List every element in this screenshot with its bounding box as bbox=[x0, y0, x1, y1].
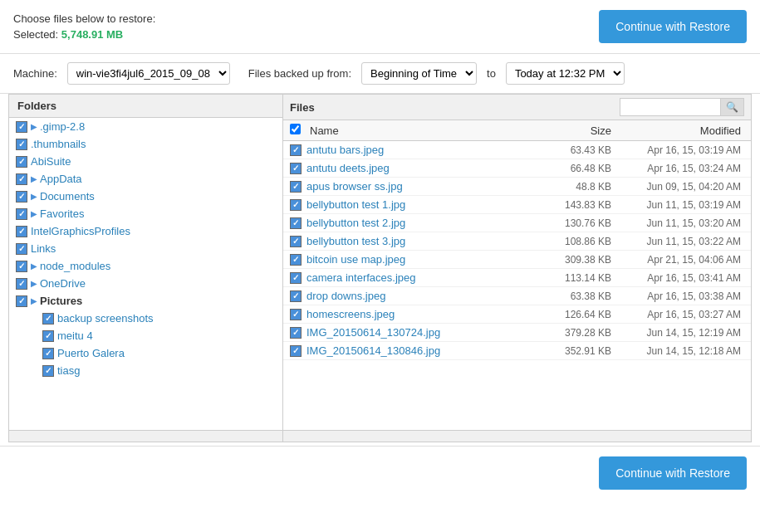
folder-name: Links bbox=[31, 242, 56, 255]
folder-item[interactable]: tiasg bbox=[9, 362, 282, 379]
folder-item[interactable]: meitu 4 bbox=[9, 327, 282, 344]
file-checkbox[interactable] bbox=[290, 144, 302, 156]
file-modified: Jun 11, 15, 03:20 AM bbox=[611, 217, 744, 229]
folder-item[interactable]: ▶Documents bbox=[9, 188, 282, 205]
file-checkbox[interactable] bbox=[290, 290, 302, 302]
files-hscroll[interactable] bbox=[283, 430, 751, 442]
folder-item[interactable]: ▶AppData bbox=[9, 170, 282, 188]
folder-checkbox[interactable] bbox=[16, 208, 27, 220]
folder-checkbox[interactable] bbox=[42, 365, 54, 377]
file-item[interactable]: apus browser ss.jpg48.8 KBJun 09, 15, 04… bbox=[283, 178, 751, 196]
search-input[interactable] bbox=[620, 99, 720, 115]
folder-checkbox[interactable] bbox=[42, 330, 54, 342]
restore-button-bottom[interactable]: Continue with Restore bbox=[599, 456, 747, 490]
selected-text: Selected: bbox=[13, 28, 58, 41]
file-item[interactable]: bellybutton test 1.jpg143.83 KBJun 11, 1… bbox=[283, 196, 751, 214]
check-all[interactable] bbox=[290, 124, 301, 134]
file-item[interactable]: IMG_20150614_130846.jpg352.91 KBJun 14, … bbox=[283, 342, 751, 360]
folder-arrow-icon: ▶ bbox=[31, 209, 37, 218]
file-name: homescreens.jpeg bbox=[306, 308, 545, 320]
folder-name: backup screenshots bbox=[57, 312, 154, 325]
folder-checkbox[interactable] bbox=[16, 243, 27, 255]
file-item[interactable]: IMG_20150614_130724.jpg379.28 KBJun 14, … bbox=[283, 324, 751, 342]
folder-name: Pictures bbox=[40, 295, 82, 307]
folder-checkbox[interactable] bbox=[42, 348, 54, 359]
file-size: 130.76 KB bbox=[545, 217, 611, 229]
machine-select[interactable]: win-vie3fi4jul6_2015_09_08 bbox=[67, 62, 230, 85]
folder-item[interactable]: AbiSuite bbox=[9, 153, 282, 170]
folder-item[interactable]: IntelGraphicsProfiles bbox=[9, 222, 282, 240]
folder-item[interactable]: ▶node_modules bbox=[9, 257, 282, 275]
folder-item[interactable]: ▶OneDrive bbox=[9, 275, 282, 292]
file-checkbox[interactable] bbox=[290, 181, 302, 193]
file-checkbox[interactable] bbox=[290, 254, 302, 266]
folder-item[interactable]: ▶.gimp-2.8 bbox=[9, 118, 282, 135]
folders-list[interactable]: ▶.gimp-2.8.thumbnailsAbiSuite▶AppData▶Do… bbox=[9, 118, 282, 430]
folder-checkbox[interactable] bbox=[16, 226, 27, 237]
folder-checkbox[interactable] bbox=[16, 295, 27, 307]
folder-item[interactable]: Links bbox=[9, 240, 282, 257]
file-item[interactable]: camera interfaces.jpeg113.14 KBApr 16, 1… bbox=[283, 269, 751, 287]
folder-checkbox[interactable] bbox=[16, 173, 27, 185]
file-size: 309.38 KB bbox=[545, 254, 611, 266]
file-checkbox[interactable] bbox=[290, 327, 302, 339]
file-item[interactable]: antutu deets.jpeg66.48 KBApr 16, 15, 03:… bbox=[283, 159, 751, 178]
file-name: bellybutton test 1.jpg bbox=[306, 198, 545, 211]
file-name: apus browser ss.jpg bbox=[306, 180, 545, 193]
file-name: IMG_20150614_130724.jpg bbox=[306, 326, 545, 339]
restore-button-top[interactable]: Continue with Restore bbox=[599, 10, 747, 43]
file-modified: Apr 16, 15, 03:41 AM bbox=[611, 272, 744, 284]
file-checkbox[interactable] bbox=[290, 272, 302, 284]
file-checkbox[interactable] bbox=[290, 217, 302, 229]
folder-item[interactable]: ▶Favorites bbox=[9, 205, 282, 222]
files-panel-title: Files bbox=[290, 101, 315, 114]
folder-checkbox[interactable] bbox=[16, 121, 27, 133]
file-item[interactable]: bellybutton test 3.jpg108.86 KBJun 11, 1… bbox=[283, 232, 751, 251]
file-item[interactable]: drop downs.jpeg63.38 KBApr 16, 15, 03:38… bbox=[283, 287, 751, 305]
folder-checkbox[interactable] bbox=[16, 156, 27, 168]
file-checkbox[interactable] bbox=[290, 163, 302, 174]
file-name: drop downs.jpeg bbox=[306, 290, 545, 302]
file-size: 48.8 KB bbox=[545, 181, 611, 193]
search-button[interactable]: 🔍 bbox=[720, 99, 743, 115]
search-box: 🔍 bbox=[620, 98, 744, 116]
folders-hscroll[interactable] bbox=[9, 430, 282, 442]
file-name: bellybutton test 2.jpg bbox=[306, 217, 545, 229]
file-modified: Jun 14, 15, 12:18 AM bbox=[611, 345, 744, 357]
folder-name: Favorites bbox=[40, 207, 84, 220]
file-checkbox[interactable] bbox=[290, 199, 302, 211]
file-size: 379.28 KB bbox=[545, 327, 611, 339]
folders-panel-header: Folders bbox=[9, 95, 282, 118]
file-item[interactable]: bellybutton test 2.jpg130.76 KBJun 11, 1… bbox=[283, 214, 751, 232]
folder-item[interactable]: Puerto Galera bbox=[9, 344, 282, 362]
folder-name: .thumbnails bbox=[31, 138, 86, 150]
folder-checkbox[interactable] bbox=[16, 278, 27, 290]
header-left: Choose files below to restore: Selected:… bbox=[13, 12, 155, 41]
folder-checkbox[interactable] bbox=[16, 139, 27, 150]
files-list[interactable]: antutu bars.jpeg63.43 KBApr 16, 15, 03:1… bbox=[283, 141, 751, 430]
files-backed-label: Files backed up from: bbox=[248, 67, 351, 80]
file-size: 126.64 KB bbox=[545, 309, 611, 320]
folder-arrow-icon: ▶ bbox=[31, 279, 37, 288]
file-item[interactable]: homescreens.jpeg126.64 KBApr 16, 15, 03:… bbox=[283, 305, 751, 324]
folder-item[interactable]: backup screenshots bbox=[9, 310, 282, 327]
file-modified: Apr 21, 15, 04:06 AM bbox=[611, 254, 744, 266]
folder-checkbox[interactable] bbox=[16, 191, 27, 203]
selected-label: Selected: 5,748.91 MB bbox=[13, 28, 155, 41]
file-checkbox[interactable] bbox=[290, 236, 302, 247]
file-checkbox[interactable] bbox=[290, 345, 302, 357]
files-panel-header: Files 🔍 bbox=[283, 95, 751, 120]
folder-name: Documents bbox=[40, 190, 95, 203]
file-item[interactable]: antutu bars.jpeg63.43 KBApr 16, 15, 03:1… bbox=[283, 141, 751, 159]
from-select[interactable]: Beginning of Time bbox=[361, 62, 477, 85]
folder-checkbox[interactable] bbox=[16, 261, 27, 272]
folder-item[interactable]: .thumbnails bbox=[9, 135, 282, 153]
to-select[interactable]: Today at 12:32 PM bbox=[506, 62, 625, 85]
folder-item[interactable]: ▶Pictures bbox=[9, 292, 282, 310]
file-item[interactable]: bitcoin use map.jpeg309.38 KBApr 21, 15,… bbox=[283, 251, 751, 269]
file-size: 108.86 KB bbox=[545, 236, 611, 247]
file-checkbox[interactable] bbox=[290, 309, 302, 320]
file-size: 113.14 KB bbox=[545, 272, 611, 284]
folder-checkbox[interactable] bbox=[42, 313, 54, 325]
files-table-header: Name Size Modified bbox=[283, 120, 751, 141]
